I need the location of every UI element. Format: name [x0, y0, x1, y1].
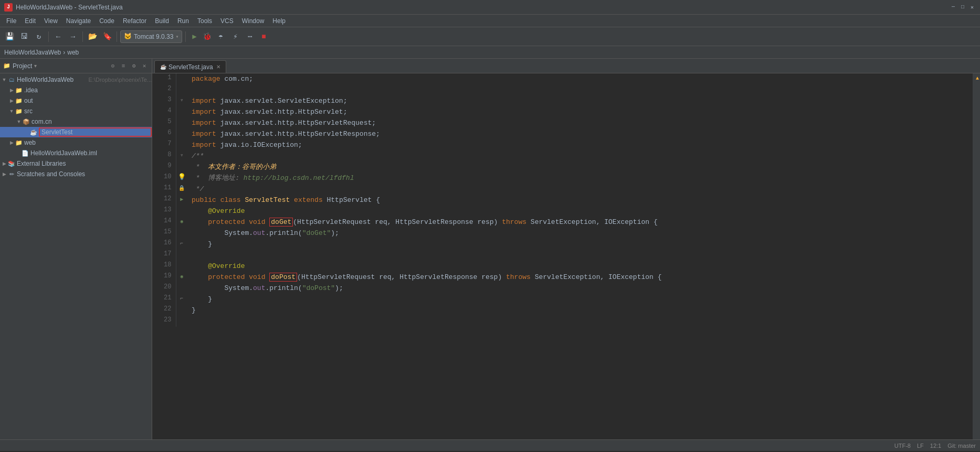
menu-edit[interactable]: Edit: [20, 16, 40, 26]
code-line-2: 2: [152, 84, 980, 95]
code-18[interactable]: @Override: [187, 261, 980, 272]
code-2[interactable]: [187, 84, 980, 95]
code-line-16: 16 ⌐ }: [152, 239, 980, 250]
code-line-14: 14 ◉ protected void doGet(HttpServletReq…: [152, 217, 980, 228]
menu-build[interactable]: Build: [151, 16, 173, 26]
recent-files-button[interactable]: 📂: [86, 30, 99, 43]
tab-servlettest[interactable]: ☕ ServletTest.java ✕: [154, 60, 226, 73]
code-8[interactable]: /**: [187, 150, 980, 162]
tree-item-root[interactable]: ▼ 🗂 HelloWorldJavaWeb E:\Dropbox\phoenix…: [0, 74, 152, 85]
fold-icon-16[interactable]: ⌐: [180, 241, 183, 246]
sidebar-scope-icon[interactable]: ⊙: [109, 62, 117, 70]
title-bar: J HelloWorldJavaWeb - ServletTest.java ─…: [0, 0, 980, 15]
code-line-3: 3 ▿ import javax.servlet.ServletExceptio…: [152, 95, 980, 106]
menu-vcs[interactable]: VCS: [216, 16, 238, 26]
code-9[interactable]: * 本文作者：谷哥的小弟: [187, 162, 980, 173]
sidebar-hide-icon[interactable]: ✕: [140, 62, 149, 70]
breadcrumb-bar: HelloWorldJavaWeb › web: [0, 46, 980, 59]
gutter-7: [176, 139, 187, 150]
menu-refactor[interactable]: Refactor: [119, 16, 151, 26]
code-1[interactable]: package com.cn;: [187, 73, 980, 84]
code-3[interactable]: import javax.servlet.ServletException;: [187, 95, 980, 106]
tree-item-out[interactable]: ▶ 📁 out: [0, 95, 152, 106]
code-15[interactable]: System.out.println("doGet");: [187, 228, 980, 239]
tree-item-servlettest[interactable]: ☕ ServletTest: [0, 127, 152, 137]
warning-indicator[interactable]: ▲: [976, 76, 979, 81]
menu-file[interactable]: File: [2, 16, 20, 26]
breadcrumb-project[interactable]: HelloWorldJavaWeb: [4, 49, 61, 56]
icon-scratches: ✏: [7, 170, 16, 178]
run-button[interactable]: ▶: [189, 31, 199, 42]
save-all-button[interactable]: 🖫: [18, 30, 30, 43]
bookmark-button[interactable]: 🔖: [101, 30, 113, 43]
save-button[interactable]: 💾: [3, 30, 16, 43]
code-17[interactable]: [187, 250, 980, 261]
forward-button[interactable]: →: [67, 30, 79, 43]
fold-icon-3[interactable]: ▿: [180, 98, 183, 103]
run-marker-14[interactable]: ◉: [181, 219, 183, 224]
minimize-button[interactable]: ─: [950, 4, 957, 11]
code-12[interactable]: public class ServletTest extends HttpSer…: [187, 195, 980, 206]
run-marker-12[interactable]: ▶: [180, 197, 183, 202]
toolbar: 💾 🖫 ↻ ← → 📂 🔖 🐱 Tomcat 9.0.33 ▾ ▶ 🐞 ☂ ⚡ …: [0, 27, 980, 46]
more-run-button[interactable]: ⋯: [244, 30, 256, 43]
code-line-1: 1 package com.cn;: [152, 73, 980, 84]
menu-tools[interactable]: Tools: [193, 16, 216, 26]
lightbulb-icon-10[interactable]: 💡: [178, 174, 186, 181]
status-encoding[interactable]: UTF-8: [894, 443, 911, 449]
status-line-ending[interactable]: LF: [917, 443, 924, 449]
run-marker-19[interactable]: ◉: [181, 274, 183, 279]
code-line-13: 13 @Override: [152, 206, 980, 217]
code-20[interactable]: System.out.println("doPost");: [187, 283, 980, 294]
refresh-button[interactable]: ↻: [33, 30, 45, 43]
tree-item-comcn[interactable]: ▼ 📦 com.cn: [0, 116, 152, 127]
icon-idea: 📁: [15, 86, 23, 94]
sidebar-settings-icon[interactable]: ⚙: [130, 62, 138, 70]
code-6[interactable]: import javax.servlet.http.HttpServletRes…: [187, 128, 980, 139]
tree-item-idea[interactable]: ▶ 📁 .idea: [0, 85, 152, 95]
tab-close-button[interactable]: ✕: [216, 64, 220, 70]
tree-item-iml[interactable]: 📄 HelloWorldJavaWeb.iml: [0, 148, 152, 158]
stop-button[interactable]: ■: [258, 31, 269, 42]
profile-button[interactable]: ⚡: [229, 30, 241, 43]
code-7[interactable]: import java.io.IOException;: [187, 139, 980, 150]
code-16[interactable]: }: [187, 239, 980, 250]
tree-item-src[interactable]: ▼ 📁 src: [0, 106, 152, 116]
status-vcs-branch[interactable]: Git: master: [947, 443, 976, 449]
code-22[interactable]: }: [187, 305, 980, 316]
code-line-22: 22 }: [152, 305, 980, 316]
code-19[interactable]: protected void doPost(HttpServletRequest…: [187, 272, 980, 283]
run-config-selector[interactable]: 🐱 Tomcat 9.0.33 ▾: [120, 30, 182, 43]
menu-window[interactable]: Window: [238, 16, 269, 26]
code-14[interactable]: protected void doGet(HttpServletRequest …: [187, 217, 980, 228]
maximize-button[interactable]: □: [959, 4, 966, 11]
code-line-19: 19 ◉ protected void doPost(HttpServletRe…: [152, 272, 980, 283]
fold-icon-8[interactable]: ▿: [180, 153, 183, 158]
code-13[interactable]: @Override: [187, 206, 980, 217]
back-button[interactable]: ←: [52, 30, 65, 43]
sidebar-collapse-all-icon[interactable]: ≡: [119, 62, 128, 70]
debug-button[interactable]: 🐞: [202, 31, 212, 42]
menu-navigate[interactable]: Navigate: [62, 16, 95, 26]
lock-icon-11[interactable]: 🔒: [178, 186, 185, 191]
menu-view[interactable]: View: [40, 16, 62, 26]
code-editor[interactable]: ▲ 1 package com.cn;: [152, 73, 980, 439]
code-4[interactable]: import javax.servlet.http.HttpServlet;: [187, 106, 980, 117]
window-controls[interactable]: ─ □ ✕: [950, 4, 976, 11]
tree-item-scratches[interactable]: ▶ ✏ Scratches and Consoles: [0, 169, 152, 179]
code-10[interactable]: * 博客地址: http://blog.csdn.net/lfdfhl: [187, 173, 980, 184]
fold-icon-21[interactable]: ⌐: [180, 296, 183, 302]
code-23[interactable]: [187, 316, 980, 327]
tree-item-extlibs[interactable]: ▶ 📚 External Libraries: [0, 158, 152, 169]
tree-item-web[interactable]: ▶ 📁 web: [0, 137, 152, 148]
editor-tab-bar: ☕ ServletTest.java ✕: [152, 59, 980, 73]
code-5[interactable]: import javax.servlet.http.HttpServletReq…: [187, 117, 980, 128]
menu-help[interactable]: Help: [268, 16, 290, 26]
close-button[interactable]: ✕: [968, 4, 976, 11]
code-11[interactable]: */: [187, 184, 980, 195]
breadcrumb-module[interactable]: web: [67, 49, 79, 56]
code-21[interactable]: }: [187, 294, 980, 305]
menu-code[interactable]: Code: [95, 16, 119, 26]
coverage-button[interactable]: ☂: [214, 30, 227, 43]
menu-run[interactable]: Run: [173, 16, 193, 26]
